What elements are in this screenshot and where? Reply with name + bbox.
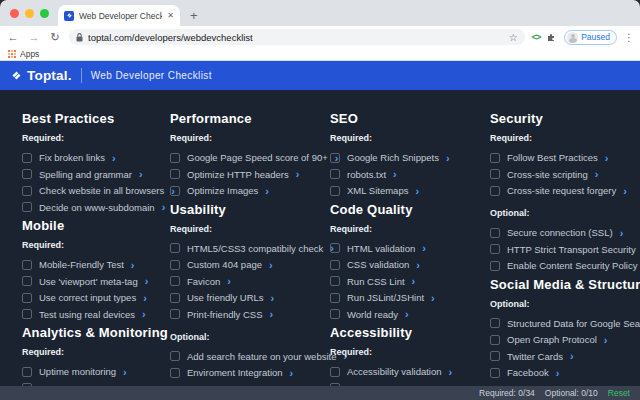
checklist-item[interactable]: Mobile-Friendly Test›	[22, 259, 156, 270]
checkbox[interactable]	[490, 153, 500, 163]
chevron-right-icon[interactable]: ›	[145, 276, 149, 286]
chevron-right-icon[interactable]: ›	[446, 153, 450, 163]
chevron-right-icon[interactable]: ›	[620, 228, 624, 238]
checklist-item[interactable]: Optimize Images›	[170, 185, 316, 196]
checklist-item[interactable]: Check website in all browsers›	[22, 185, 156, 196]
checklist-item[interactable]: HTTP Strict Transport Security›	[490, 244, 640, 255]
minimize-window-button[interactable]	[25, 9, 34, 18]
checkbox[interactable]	[170, 186, 180, 196]
checklist-item[interactable]: Run CSS Lint›	[330, 276, 476, 287]
chevron-right-icon[interactable]: ›	[415, 186, 419, 196]
checklist-item[interactable]: Use friendly URLs›	[170, 292, 316, 303]
checkbox[interactable]	[170, 351, 180, 361]
green-extension-icon[interactable]: <>	[532, 32, 541, 42]
chevron-right-icon[interactable]: ›	[449, 367, 453, 377]
chevron-right-icon[interactable]: ›	[604, 335, 608, 345]
checklist-item[interactable]: Add search feature on your website›	[170, 351, 316, 362]
checkbox[interactable]	[490, 368, 500, 378]
checkbox[interactable]	[22, 367, 32, 377]
chevron-right-icon[interactable]: ›	[405, 309, 409, 319]
profile-sync-badge[interactable]: Paused	[564, 30, 617, 45]
maximize-window-button[interactable]	[40, 9, 49, 18]
checklist-item[interactable]: Facebook›	[490, 367, 640, 378]
checklist-item[interactable]: Print-friendly CSS›	[170, 309, 316, 320]
checklist-item[interactable]: Uptime monitoring›	[22, 366, 156, 377]
chevron-right-icon[interactable]: ›	[623, 186, 627, 196]
chevron-right-icon[interactable]: ›	[605, 153, 609, 163]
chevron-right-icon[interactable]: ›	[556, 368, 560, 378]
chevron-right-icon[interactable]: ›	[290, 368, 294, 378]
window-controls[interactable]	[0, 0, 58, 26]
checklist-item[interactable]: Use correct input types›	[22, 292, 156, 303]
checkbox[interactable]	[330, 309, 340, 319]
checkbox[interactable]	[170, 169, 180, 179]
checkbox[interactable]	[22, 186, 32, 196]
checklist-item[interactable]: Secure connection (SSL)›	[490, 227, 640, 238]
checkbox[interactable]	[22, 293, 32, 303]
chevron-right-icon[interactable]: ›	[162, 202, 166, 212]
checkbox[interactable]	[22, 309, 32, 319]
checkbox[interactable]	[330, 367, 340, 377]
checkbox[interactable]	[170, 260, 180, 270]
checklist-item[interactable]: robots.txt›	[330, 169, 476, 180]
chevron-right-icon[interactable]: ›	[143, 293, 147, 303]
checkbox[interactable]	[22, 202, 32, 212]
checkbox[interactable]	[490, 351, 500, 361]
checkbox[interactable]	[170, 276, 180, 286]
chevron-right-icon[interactable]: ›	[431, 293, 435, 303]
chevron-right-icon[interactable]: ›	[296, 169, 300, 179]
checkbox[interactable]	[22, 153, 32, 163]
reload-icon[interactable]: ↻	[48, 31, 62, 44]
checkbox[interactable]	[330, 260, 340, 270]
chevron-right-icon[interactable]: ›	[123, 367, 127, 377]
checklist-item[interactable]: Optimize HTTP headers›	[170, 169, 316, 180]
chevron-right-icon[interactable]: ›	[131, 260, 135, 270]
chevron-right-icon[interactable]: ›	[142, 309, 146, 319]
tab-close-icon[interactable]: ✕	[167, 11, 174, 20]
back-icon[interactable]: ←	[6, 31, 20, 43]
checklist-item[interactable]: Custom 404 page›	[170, 259, 316, 270]
bookmark-star-icon[interactable]: ☆	[509, 32, 518, 43]
checkbox[interactable]	[330, 243, 340, 253]
chevron-right-icon[interactable]: ›	[139, 169, 143, 179]
checkbox[interactable]	[330, 169, 340, 179]
checkbox[interactable]	[330, 186, 340, 196]
checklist-item[interactable]: Follow Best Practices›	[490, 152, 640, 163]
chevron-right-icon[interactable]: ›	[422, 243, 426, 253]
chevron-right-icon[interactable]: ›	[269, 260, 273, 270]
checkbox[interactable]	[490, 318, 500, 328]
chevron-right-icon[interactable]: ›	[270, 309, 274, 319]
checkbox[interactable]	[490, 244, 500, 254]
checklist-item[interactable]: Cross-site scripting›	[490, 169, 640, 180]
reset-button[interactable]: Reset	[608, 388, 630, 398]
checklist-item[interactable]: World ready›	[330, 309, 476, 320]
checkbox[interactable]	[330, 293, 340, 303]
browser-menu-icon[interactable]: ⋮	[624, 32, 634, 43]
checklist-item[interactable]: Accessibility validation›	[330, 366, 476, 377]
new-tab-button[interactable]: +	[180, 8, 198, 26]
toptal-logo[interactable]: Toptal.	[10, 68, 72, 83]
checklist-item[interactable]: Google Page Speed score of 90+›	[170, 152, 316, 163]
apps-bookmark[interactable]: Apps	[20, 49, 39, 59]
checkbox[interactable]	[490, 261, 500, 271]
chevron-right-icon[interactable]: ›	[271, 293, 275, 303]
url-text[interactable]: toptal.com/developers/webdevchecklist	[88, 32, 504, 43]
chevron-right-icon[interactable]: ›	[265, 186, 269, 196]
checklist-item[interactable]: Test using real devices›	[22, 309, 156, 320]
extensions-puzzle-icon[interactable]	[547, 32, 557, 42]
address-bar[interactable]: toptal.com/developers/webdevchecklist ☆	[69, 29, 525, 45]
checklist-item[interactable]: Enable Content Security Policy›	[490, 260, 640, 271]
checklist-item[interactable]: XML Sitemaps›	[330, 185, 476, 196]
chevron-right-icon[interactable]: ›	[595, 169, 599, 179]
checklist-item[interactable]: Run JSLint/JSHint›	[330, 292, 476, 303]
chevron-right-icon[interactable]: ›	[412, 276, 416, 286]
checklist-item[interactable]: Decide on www-subdomain›	[22, 202, 156, 213]
browser-tab[interactable]: Web Developer Checklist: Web ✕	[58, 5, 180, 26]
checkbox[interactable]	[330, 153, 340, 163]
checkbox[interactable]	[490, 186, 500, 196]
checkbox[interactable]	[330, 276, 340, 286]
checklist-item[interactable]: Fix broken links›	[22, 152, 156, 163]
forward-icon[interactable]: →	[27, 31, 41, 43]
checklist-item[interactable]: Enviroment Integration›	[170, 367, 316, 378]
chevron-right-icon[interactable]: ›	[227, 276, 231, 286]
